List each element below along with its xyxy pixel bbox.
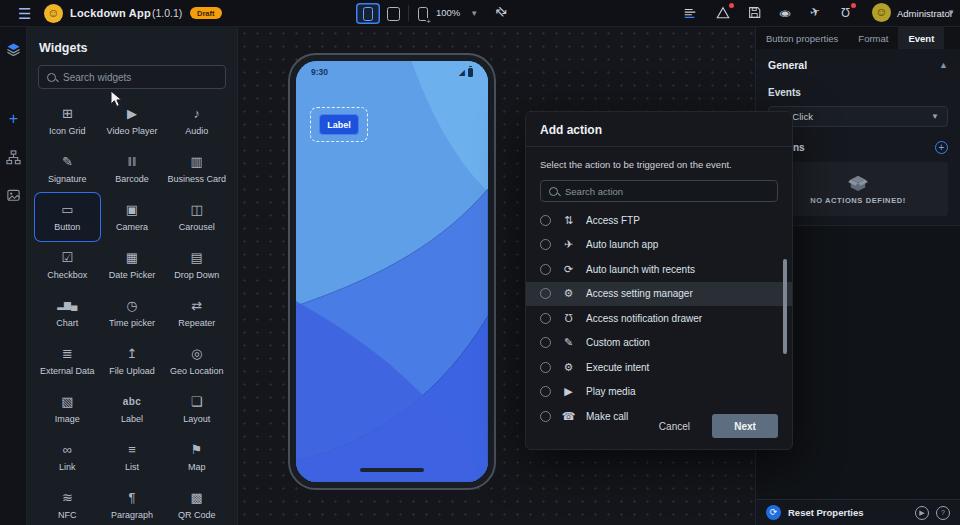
widget-button[interactable]: ▭Button xyxy=(35,193,100,241)
widget-label: QR Code xyxy=(178,510,216,520)
tutorial-play-icon[interactable]: ▶ xyxy=(915,506,929,520)
widget-drop-down[interactable]: ▤Drop Down xyxy=(164,241,229,289)
widget-label: Link xyxy=(59,462,76,472)
widget-chart[interactable]: ▂▆▄Chart xyxy=(35,289,100,337)
widget-carousel[interactable]: ◫Carousel xyxy=(164,193,229,241)
rail-add-button[interactable]: + xyxy=(0,106,27,132)
widget-selection-box[interactable]: Label xyxy=(310,107,368,142)
widget-date-picker[interactable]: ▦Date Picker xyxy=(100,241,165,289)
radio-button[interactable] xyxy=(540,264,551,275)
cancel-button[interactable]: Cancel xyxy=(659,421,690,432)
device-phone-button[interactable] xyxy=(356,3,380,24)
reset-icon[interactable]: ⟳ xyxy=(766,505,781,520)
widget-paragraph[interactable]: ¶Paragraph xyxy=(100,481,165,525)
widget-time-picker[interactable]: ◷Time picker xyxy=(100,289,165,337)
checkbox-icon: ☑ xyxy=(62,251,74,266)
action-search-input[interactable] xyxy=(565,186,769,197)
add-screen-button[interactable]: + xyxy=(411,3,435,24)
action-auto-launch-app[interactable]: ✈Auto launch app xyxy=(526,233,792,258)
widget-label: Barcode xyxy=(115,174,149,184)
action-play-media[interactable]: ▶Play media xyxy=(526,380,792,405)
widget-repeater[interactable]: ⇄Repeater xyxy=(164,289,229,337)
widget-link[interactable]: ∞Link xyxy=(35,433,100,481)
rail-layers-button[interactable] xyxy=(0,36,27,62)
widget-icon-grid[interactable]: ⊞Icon Grid xyxy=(35,97,100,145)
device-tablet-button[interactable] xyxy=(381,3,405,24)
database-icon: ≣ xyxy=(62,347,73,362)
rail-media-button[interactable] xyxy=(0,182,27,208)
ftp-transfer-icon: ⇅ xyxy=(561,214,576,227)
zoom-dropdown[interactable]: 100%▼ xyxy=(436,7,478,18)
widget-audio[interactable]: ♪Audio xyxy=(164,97,229,145)
widget-signature[interactable]: ✎Signature xyxy=(35,145,100,193)
action-access-notification-drawer[interactable]: ΩAccess notification drawer xyxy=(526,306,792,331)
radio-button[interactable] xyxy=(540,239,551,250)
panel-bottom-bar: ⟳ Reset Properties ▶ ? xyxy=(756,499,960,525)
tab-button-properties[interactable]: Button properties xyxy=(756,27,848,49)
warning-alerts-icon[interactable] xyxy=(714,5,732,22)
action-auto-launch-recents[interactable]: ⟳Auto launch with recents xyxy=(526,257,792,282)
location-pin-icon: ◎ xyxy=(191,347,202,362)
widget-barcode[interactable]: ∥∥Barcode xyxy=(100,145,165,193)
widget-image[interactable]: ▧Image xyxy=(35,385,100,433)
action-custom-action[interactable]: ✎Custom action xyxy=(526,331,792,356)
widget-video-player[interactable]: ▶Video Player xyxy=(100,97,165,145)
modal-scrollbar[interactable] xyxy=(783,259,787,354)
help-icon[interactable]: ? xyxy=(936,506,950,520)
widget-list[interactable]: ≡List xyxy=(100,433,165,481)
preview-eye-icon[interactable]: ◉ xyxy=(776,5,794,22)
tab-format[interactable]: Format xyxy=(848,27,898,49)
action-execute-intent[interactable]: ⚙Execute intent xyxy=(526,355,792,380)
widget-checkbox[interactable]: ☑Checkbox xyxy=(35,241,100,289)
user-avatar[interactable]: ☺ xyxy=(872,3,891,22)
save-icon[interactable] xyxy=(745,5,763,22)
widget-qr-code[interactable]: ▩QR Code xyxy=(164,481,229,525)
radio-button[interactable] xyxy=(540,288,551,299)
app-title: Lockdown App xyxy=(70,7,151,19)
next-button[interactable]: Next xyxy=(712,414,778,438)
reset-properties-button[interactable]: Reset Properties xyxy=(788,507,908,518)
widget-camera[interactable]: ▣Camera xyxy=(100,193,165,241)
widget-layout[interactable]: ❏Layout xyxy=(164,385,229,433)
launch-plane-icon: ✈ xyxy=(561,238,576,251)
event-trigger-select[interactable]: On Click ▼ xyxy=(768,106,948,127)
add-action-modal: Add action Select the action to be trigg… xyxy=(525,111,793,450)
widget-file-upload[interactable]: ↥File Upload xyxy=(100,337,165,385)
radio-button[interactable] xyxy=(540,337,551,348)
chevron-up-icon[interactable]: ▲ xyxy=(939,60,948,70)
action-access-setting-manager[interactable]: ⚙Access setting manager xyxy=(526,282,792,307)
radio-button[interactable] xyxy=(540,386,551,397)
notifications-bell-icon[interactable]: Ω xyxy=(836,5,854,22)
widget-map[interactable]: ⚑Map xyxy=(164,433,229,481)
config-list-icon[interactable] xyxy=(681,5,699,22)
phone-screen[interactable]: 9:30 ◢ Label xyxy=(296,61,488,482)
chevron-down-icon: ▼ xyxy=(931,112,939,121)
widget-label-widget[interactable]: abcLabel xyxy=(100,385,165,433)
rotate-device-icon[interactable]: ⇄ xyxy=(492,2,510,20)
widget-label: Checkbox xyxy=(47,270,87,280)
radio-button[interactable] xyxy=(540,313,551,324)
tab-event[interactable]: Event xyxy=(898,27,944,49)
radio-button[interactable] xyxy=(540,362,551,373)
signature-icon: ✎ xyxy=(62,155,73,170)
widget-label: Time picker xyxy=(109,318,155,328)
action-search-box[interactable] xyxy=(540,180,778,202)
add-action-plus-icon[interactable]: + xyxy=(935,141,948,154)
phone-add-icon: + xyxy=(418,7,428,21)
widget-geo-location[interactable]: ◎Geo Location xyxy=(164,337,229,385)
user-menu[interactable]: Administrator xyxy=(897,8,953,19)
label-widget-on-canvas[interactable]: Label xyxy=(319,114,359,135)
action-access-ftp[interactable]: ⇅Access FTP xyxy=(526,208,792,233)
hamburger-menu-icon[interactable]: ☰ xyxy=(18,5,31,23)
widget-external-data[interactable]: ≣External Data xyxy=(35,337,100,385)
radio-button[interactable] xyxy=(540,215,551,226)
icon-grid-icon: ⊞ xyxy=(62,107,73,122)
widget-business-card[interactable]: ▥Business Card xyxy=(164,145,229,193)
widget-nfc[interactable]: ≋NFC xyxy=(35,481,100,525)
rail-hierarchy-button[interactable] xyxy=(0,144,27,170)
action-label: Execute intent xyxy=(586,362,649,373)
modal-title: Add action xyxy=(526,112,792,147)
widget-search-box[interactable] xyxy=(38,65,226,89)
publish-icon[interactable]: ✈ xyxy=(806,5,824,22)
widget-search-input[interactable] xyxy=(63,72,217,83)
